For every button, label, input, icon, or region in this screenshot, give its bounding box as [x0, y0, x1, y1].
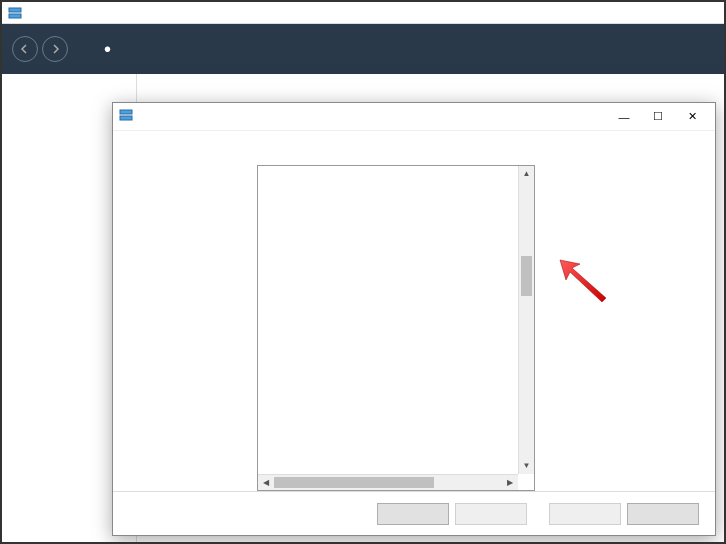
server-manager-icon — [8, 6, 22, 20]
svg-rect-1 — [9, 14, 21, 18]
hscroll-thumb[interactable] — [274, 477, 434, 488]
svg-rect-2 — [120, 110, 132, 114]
previous-button[interactable] — [377, 503, 449, 525]
svg-rect-0 — [9, 8, 21, 12]
scroll-left-icon[interactable]: ◀ — [258, 475, 274, 490]
next-button[interactable] — [455, 503, 527, 525]
breadcrumb-separator: • — [104, 38, 111, 60]
scroll-up-icon[interactable]: ▲ — [519, 166, 534, 182]
scroll-right-icon[interactable]: ▶ — [502, 475, 518, 490]
scroll-thumb[interactable] — [521, 256, 532, 296]
remove-button[interactable] — [549, 503, 621, 525]
nav-forward-button[interactable] — [42, 36, 68, 62]
breadcrumb: • — [98, 38, 117, 61]
wizard-icon — [119, 108, 133, 125]
window-titlebar — [2, 2, 724, 24]
maximize-button[interactable]: ☐ — [641, 106, 675, 128]
minimize-button[interactable]: — — [607, 106, 641, 128]
wizard-titlebar[interactable]: — ☐ ✕ — [113, 103, 715, 131]
header-banner: • — [2, 24, 724, 74]
nav-back-button[interactable] — [12, 36, 38, 62]
svg-rect-3 — [120, 116, 132, 120]
remove-features-wizard: — ☐ ✕ ▲ ▼ — [112, 102, 716, 536]
scroll-down-icon[interactable]: ▼ — [519, 458, 534, 474]
wizard-steps — [133, 151, 243, 491]
cancel-button[interactable] — [627, 503, 699, 525]
horizontal-scrollbar[interactable]: ◀ ▶ — [258, 474, 518, 490]
wizard-footer — [113, 491, 715, 535]
features-tree[interactable]: ▲ ▼ ◀ ▶ — [257, 165, 535, 491]
vertical-scrollbar[interactable]: ▲ ▼ — [518, 166, 534, 474]
close-button[interactable]: ✕ — [675, 106, 709, 128]
